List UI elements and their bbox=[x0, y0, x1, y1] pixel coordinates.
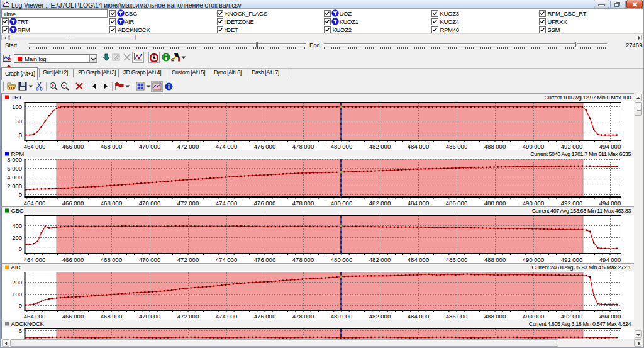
svg-text:0: 0 bbox=[19, 132, 22, 138]
svg-text:474 000: 474 000 bbox=[216, 313, 237, 320]
svg-text:484 000: 484 000 bbox=[408, 313, 429, 320]
svg-text:468 000: 468 000 bbox=[101, 313, 122, 320]
svg-text:472 000: 472 000 bbox=[177, 256, 199, 263]
svg-text:488 000: 488 000 bbox=[484, 256, 506, 263]
svg-text:484 000: 484 000 bbox=[408, 256, 429, 263]
svg-text:490 000: 490 000 bbox=[523, 256, 544, 263]
svg-text:494 000: 494 000 bbox=[599, 199, 621, 206]
svg-text:468 000: 468 000 bbox=[101, 199, 122, 206]
svg-text:6: 6 bbox=[19, 327, 22, 334]
svg-text:AIR: AIR bbox=[11, 264, 21, 271]
svg-text:474 000: 474 000 bbox=[216, 256, 237, 263]
svg-text:464 000: 464 000 bbox=[24, 199, 45, 206]
svg-text:484 000: 484 000 bbox=[408, 143, 429, 150]
svg-text:480 000: 480 000 bbox=[331, 199, 352, 206]
svg-text:TRT: TRT bbox=[11, 94, 23, 101]
svg-text:474 000: 474 000 bbox=[216, 199, 237, 206]
svg-text:200: 200 bbox=[12, 279, 22, 286]
svg-text:482 000: 482 000 bbox=[369, 313, 391, 320]
svg-text:Current 246.8 Avg 35.93 Min 4.: Current 246.8 Avg 35.93 Min 4.5 Max 272.… bbox=[531, 264, 631, 271]
svg-text:482 000: 482 000 bbox=[369, 143, 391, 150]
svg-text:100: 100 bbox=[12, 103, 22, 110]
svg-text:466 000: 466 000 bbox=[62, 256, 84, 263]
svg-text:0: 0 bbox=[19, 302, 22, 309]
svg-text:ADCKNOCK: ADCKNOCK bbox=[11, 320, 45, 327]
svg-text:480 000: 480 000 bbox=[331, 313, 352, 320]
svg-text:476 000: 476 000 bbox=[254, 256, 275, 263]
svg-text:478 000: 478 000 bbox=[292, 143, 314, 150]
svg-text:486 000: 486 000 bbox=[446, 313, 467, 320]
svg-text:492 000: 492 000 bbox=[561, 256, 582, 263]
svg-text:Current 100 Avg 12.97 Min 0 Ma: Current 100 Avg 12.97 Min 0 Max 100 bbox=[545, 94, 631, 101]
svg-text:476 000: 476 000 bbox=[254, 313, 275, 320]
svg-text:488 000: 488 000 bbox=[484, 143, 506, 150]
svg-text:50: 50 bbox=[15, 118, 22, 125]
svg-text:484 000: 484 000 bbox=[408, 199, 429, 206]
svg-text:464 000: 464 000 bbox=[24, 143, 45, 150]
svg-text:494 000: 494 000 bbox=[599, 313, 621, 320]
svg-text:466 000: 466 000 bbox=[62, 199, 84, 206]
svg-text:470 000: 470 000 bbox=[139, 143, 160, 150]
svg-text:Current 5040 Avg 1701.7 Min 61: Current 5040 Avg 1701.7 Min 611 Max 6535 bbox=[530, 151, 631, 157]
svg-text:Current 4.805 Avg 3.18 Min 0.5: Current 4.805 Avg 3.18 Min 0.547 Max 4.8… bbox=[529, 321, 631, 327]
svg-text:6 000: 6 000 bbox=[7, 165, 22, 172]
svg-text:482 000: 482 000 bbox=[369, 199, 391, 206]
svg-text:470 000: 470 000 bbox=[139, 256, 160, 263]
svg-text:490 000: 490 000 bbox=[523, 143, 544, 150]
svg-text:2 000: 2 000 bbox=[7, 182, 22, 189]
svg-text:472 000: 472 000 bbox=[177, 313, 199, 320]
svg-text:478 000: 478 000 bbox=[292, 313, 314, 320]
svg-text:200: 200 bbox=[12, 234, 22, 241]
svg-text:488 000: 488 000 bbox=[484, 313, 506, 320]
svg-text:486 000: 486 000 bbox=[446, 256, 467, 263]
svg-text:474 000: 474 000 bbox=[216, 143, 237, 150]
svg-text:476 000: 476 000 bbox=[254, 199, 275, 206]
svg-text:468 000: 468 000 bbox=[101, 256, 122, 263]
svg-text:GBC: GBC bbox=[11, 207, 24, 214]
svg-text:494 000: 494 000 bbox=[599, 256, 621, 263]
svg-text:400: 400 bbox=[12, 222, 22, 229]
svg-text:492 000: 492 000 bbox=[561, 199, 582, 206]
svg-text:480 000: 480 000 bbox=[331, 143, 352, 150]
svg-text:Current 407 Avg 153.63 Min 11: Current 407 Avg 153.63 Min 11 Max 463.83 bbox=[532, 208, 631, 214]
svg-text:492 000: 492 000 bbox=[561, 143, 582, 150]
svg-text:488 000: 488 000 bbox=[484, 199, 506, 206]
svg-text:494 000: 494 000 bbox=[599, 143, 621, 150]
svg-text:478 000: 478 000 bbox=[292, 199, 314, 206]
svg-text:464 000: 464 000 bbox=[24, 256, 45, 263]
svg-text:490 000: 490 000 bbox=[523, 199, 544, 206]
svg-text:472 000: 472 000 bbox=[177, 199, 199, 206]
svg-text:472 000: 472 000 bbox=[177, 143, 199, 150]
svg-text:486 000: 486 000 bbox=[446, 143, 467, 150]
svg-text:8 000: 8 000 bbox=[7, 156, 22, 163]
svg-text:0: 0 bbox=[19, 245, 22, 252]
svg-text:470 000: 470 000 bbox=[139, 313, 160, 320]
svg-text:476 000: 476 000 bbox=[254, 143, 275, 150]
svg-text:492 000: 492 000 bbox=[561, 313, 582, 320]
svg-text:470 000: 470 000 bbox=[139, 199, 160, 206]
svg-text:480 000: 480 000 bbox=[331, 256, 352, 263]
svg-text:466 000: 466 000 bbox=[62, 313, 84, 320]
svg-text:482 000: 482 000 bbox=[369, 256, 391, 263]
svg-text:466 000: 466 000 bbox=[62, 143, 84, 150]
svg-text:0: 0 bbox=[19, 191, 22, 198]
svg-text:490 000: 490 000 bbox=[523, 313, 544, 320]
svg-text:486 000: 486 000 bbox=[446, 199, 467, 206]
svg-text:468 000: 468 000 bbox=[101, 143, 122, 150]
svg-text:478 000: 478 000 bbox=[292, 256, 314, 263]
svg-text:100: 100 bbox=[12, 291, 22, 298]
svg-text:4 000: 4 000 bbox=[7, 174, 22, 181]
svg-text:464 000: 464 000 bbox=[24, 313, 45, 320]
